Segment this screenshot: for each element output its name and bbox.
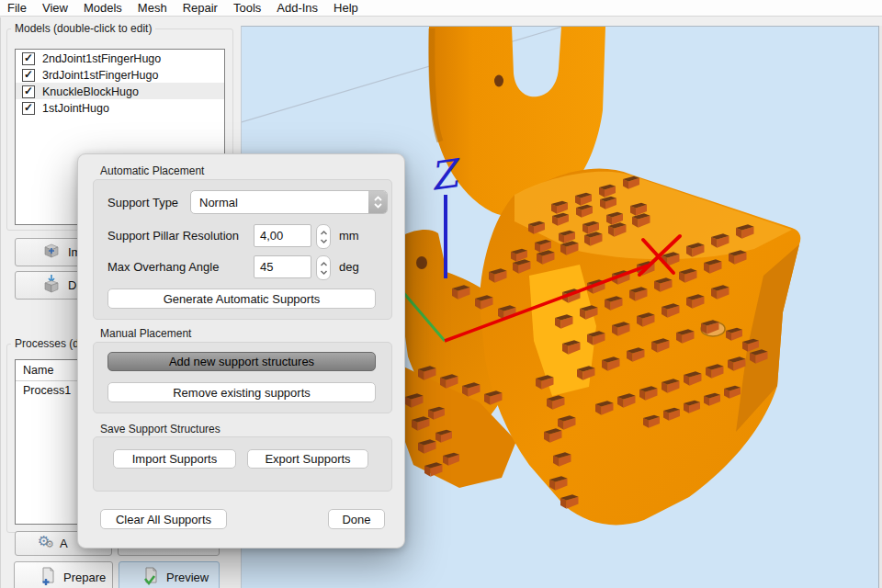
preview-doc-icon: [141, 566, 160, 588]
model-name: 1stJointHugo: [42, 102, 109, 115]
max-overhang-input[interactable]: 45: [254, 255, 311, 278]
pillar-resolution-unit: mm: [339, 229, 359, 243]
gears-icon: ⚙⚙: [38, 536, 56, 552]
menu-models[interactable]: Models: [84, 1, 132, 15]
menu-file[interactable]: File: [7, 1, 37, 15]
menu-repair[interactable]: Repair: [183, 1, 228, 15]
viewport-right-edge: [878, 26, 882, 588]
model-row[interactable]: ✓ 3rdJoint1stFingerHugo: [16, 66, 224, 83]
import-cube-icon: [41, 242, 62, 263]
model-name: 3rdJoint1stFingerHugo: [42, 69, 158, 82]
check-icon: ✓: [24, 103, 33, 112]
menu-add-ins[interactable]: Add-Ins: [277, 1, 328, 15]
support-type-select[interactable]: Normal: [190, 190, 388, 214]
model-row[interactable]: ✓ 2ndJoint1stFingerHugo: [16, 50, 224, 66]
model-name: KnuckleBlockHugo: [42, 85, 139, 98]
drop-cube-icon: [41, 274, 62, 297]
select-stepper-icon[interactable]: [368, 191, 387, 213]
check-icon: ✓: [24, 70, 33, 79]
support-type-value: Normal: [191, 196, 368, 209]
pillar-resolution-stepper[interactable]: [316, 224, 331, 249]
check-icon: ✓: [24, 86, 33, 96]
max-overhang-label: Max Overhang Angle: [107, 260, 219, 274]
pillar-resolution-label: Support Pillar Resolution: [107, 229, 239, 243]
max-overhang-unit: deg: [339, 260, 359, 274]
save-supports-section-label: Save Support Structures: [100, 423, 220, 435]
check-icon: ✓: [24, 53, 33, 62]
menu-mesh[interactable]: Mesh: [138, 1, 177, 15]
generate-automatic-supports-button[interactable]: Generate Automatic Supports: [107, 288, 376, 309]
import-supports-button[interactable]: Import Supports: [113, 449, 236, 469]
support-structures-dialog: Automatic Placement Support Type Normal …: [77, 153, 405, 548]
prepare-doc-icon: [39, 566, 57, 588]
models-panel-title: Models (double-click to edit): [11, 22, 155, 35]
model-name: 2ndJoint1stFingerHugo: [42, 52, 161, 65]
prepare-label: Prepare: [63, 571, 106, 584]
model-row[interactable]: ✓ 1stJointHugo: [16, 99, 224, 116]
model-row[interactable]: ✓ KnuckleBlockHugo: [16, 83, 224, 99]
support-type-label: Support Type: [107, 196, 178, 209]
menu-help[interactable]: Help: [334, 1, 368, 15]
model-checkbox[interactable]: ✓: [22, 69, 35, 82]
add-support-structures-button[interactable]: Add new support structures: [107, 352, 376, 371]
manual-placement-section-label: Manual Placement: [100, 327, 191, 340]
model-checkbox[interactable]: ✓: [22, 85, 35, 98]
done-button[interactable]: Done: [328, 509, 385, 529]
model-checkbox[interactable]: ✓: [22, 52, 35, 65]
max-overhang-stepper[interactable]: [316, 255, 331, 280]
prepare-button[interactable]: Prepare: [14, 561, 113, 588]
menu-tools[interactable]: Tools: [233, 1, 271, 15]
export-supports-button[interactable]: Export Supports: [247, 449, 368, 469]
menu-view[interactable]: View: [42, 1, 78, 15]
application-window: File View Models Mesh Repair Tools Add-I…: [0, 0, 882, 588]
add-process-label: A: [60, 537, 68, 550]
pillar-resolution-input[interactable]: 4,00: [254, 224, 311, 247]
remove-existing-supports-button[interactable]: Remove existing supports: [107, 382, 376, 402]
automatic-placement-section-label: Automatic Placement: [100, 164, 204, 177]
preview-label: Preview: [166, 571, 209, 584]
preview-button[interactable]: Preview: [119, 561, 220, 588]
model-checkbox[interactable]: ✓: [22, 102, 35, 115]
clear-all-supports-button[interactable]: Clear All Supports: [100, 509, 227, 529]
menu-bar: File View Models Mesh Repair Tools Add-I…: [0, 0, 882, 17]
